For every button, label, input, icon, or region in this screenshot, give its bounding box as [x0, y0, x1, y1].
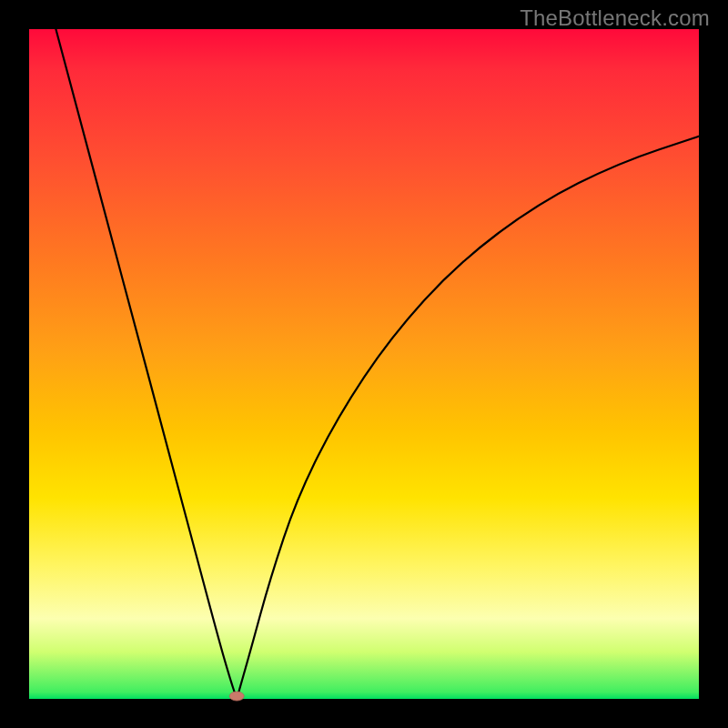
watermark-text: TheBottleneck.com [520, 5, 710, 31]
chart-frame: TheBottleneck.com [0, 0, 728, 728]
curve-path [56, 29, 699, 699]
bottleneck-curve [29, 29, 699, 699]
optimal-point-marker [229, 692, 244, 701]
plot-area [29, 29, 699, 699]
